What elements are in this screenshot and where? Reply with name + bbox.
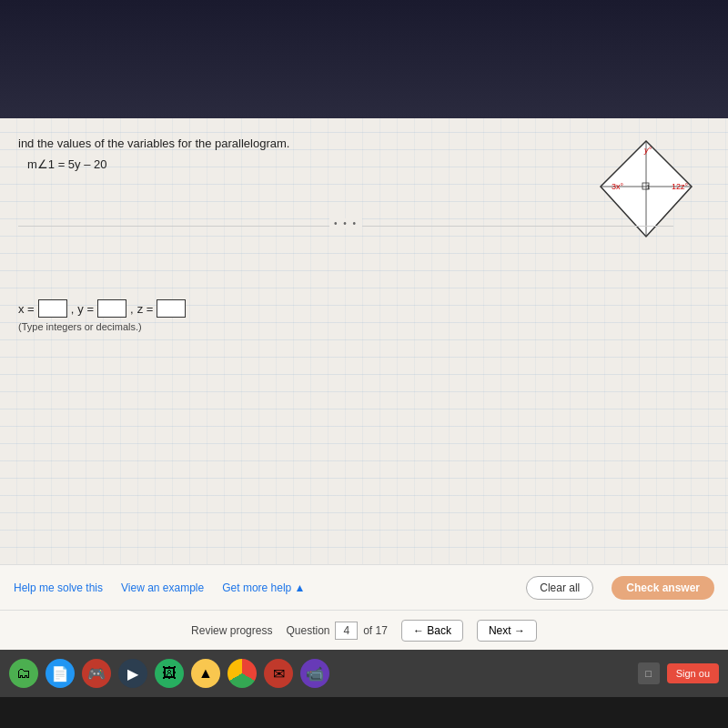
nav-bar: Review progress Question 4 of 17 ← Back … [0,610,728,650]
system-tray-icon[interactable]: □ [638,662,660,684]
next-button[interactable]: Next → [477,620,537,642]
files-icon[interactable]: 🗂 [9,659,38,688]
z-input[interactable] [157,299,186,318]
type-hint: (Type integers or decimals.) [18,321,710,332]
photos-icon[interactable]: 🖼 [155,659,184,688]
question-box-container: Question 4 of 17 [286,622,387,640]
chrome-icon[interactable] [228,659,257,688]
view-example-link[interactable]: View an example [121,581,204,594]
more-help-link[interactable]: Get more help ▲ [222,581,305,594]
answer-row: x = , y = , z = [18,299,710,318]
svg-text:1: 1 [646,183,651,191]
taskbar: 🗂 📄 🎮 ▶ 🖼 ▲ ✉ 📹 □ Sign ou [0,650,728,697]
of-label: of 17 [363,624,388,637]
check-answer-button[interactable]: Check answer [612,576,714,600]
separator: • • • [18,226,673,227]
separator-dots: • • • [329,218,362,228]
sign-out-button[interactable]: Sign ou [667,663,719,683]
parallelogram-diagram: y° 3x° 1 12z° [592,136,701,246]
media-icon[interactable]: ▶ [118,659,147,688]
docs-icon[interactable]: 📄 [46,659,75,688]
comma-1: , [71,302,75,316]
bottom-black-bar [0,697,728,728]
y-label: y = [77,302,94,316]
gmail-icon[interactable]: ✉ [264,659,293,688]
back-button[interactable]: ← Back [401,620,463,642]
help-me-solve-link[interactable]: Help me solve this [14,581,103,594]
svg-text:y°: y° [643,146,652,155]
review-progress-label: Review progress [191,624,272,637]
diagram-container: y° 3x° 1 12z° [592,136,701,246]
top-bar [0,0,728,118]
question-number: 4 [343,624,349,637]
bottom-toolbar: Help me solve this View an example Get m… [0,564,728,610]
svg-text:3x°: 3x° [612,182,624,191]
taskbar-right: □ Sign ou [638,662,719,684]
question-label: Question [286,624,329,637]
main-content: ind the values of the variables for the … [0,118,728,564]
drive-icon[interactable]: ▲ [191,659,220,688]
x-label: x = [18,302,35,316]
z-label: z = [137,302,154,316]
clear-all-button[interactable]: Clear all [526,576,593,600]
meet-icon[interactable]: 📹 [300,659,329,688]
games-icon[interactable]: 🎮 [82,659,111,688]
y-input[interactable] [97,299,126,318]
svg-text:12z°: 12z° [672,182,689,191]
x-input[interactable] [38,299,67,318]
comma-2: , [130,302,134,316]
question-number-box: 4 [335,622,358,640]
answer-area: x = , y = , z = (Type integers or decima… [18,299,710,332]
